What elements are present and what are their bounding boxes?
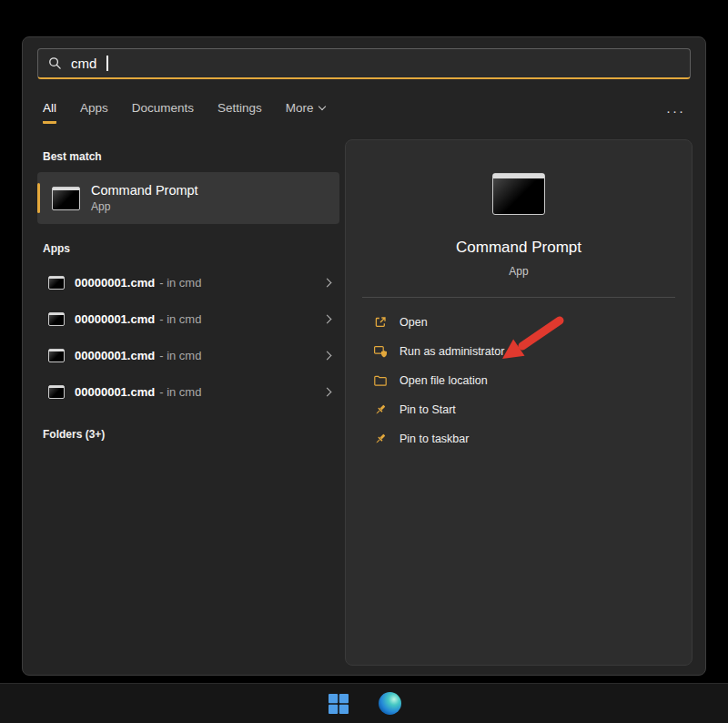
chevron-right-icon[interactable] [323, 351, 332, 360]
chevron-down-icon [318, 102, 325, 109]
best-match-title: Command Prompt [91, 183, 198, 198]
chevron-right-icon[interactable] [323, 387, 332, 396]
folder-icon [373, 373, 388, 388]
pin-to-taskbar-action[interactable]: Pin to taskbar [346, 424, 692, 453]
text-caret [106, 56, 108, 71]
result-preview-panel: Command Prompt App Open Run as administr… [345, 139, 693, 666]
cmd-file-icon [48, 385, 65, 399]
apps-result-group: 00000001.cmd- in cmd 00000001.cmd- in cm… [37, 264, 339, 410]
cmd-file-icon [48, 349, 65, 362]
folders-header: Folders (3+) [43, 428, 339, 441]
best-match-result[interactable]: Command Prompt App [37, 172, 339, 224]
result-name: 00000001.cmd [75, 276, 155, 290]
result-name: 00000001.cmd [75, 385, 155, 399]
preview-subtitle: App [509, 265, 528, 278]
chevron-right-icon[interactable] [323, 278, 332, 287]
run-as-admin-icon [373, 344, 388, 359]
action-label: Pin to taskbar [399, 433, 469, 445]
edge-browser-icon [379, 692, 401, 715]
list-item[interactable]: 00000001.cmd- in cmd [37, 300, 339, 337]
list-item[interactable]: 00000001.cmd- in cmd [37, 373, 339, 410]
best-match-header: Best match [43, 150, 339, 163]
taskbar [0, 683, 728, 723]
command-prompt-icon [492, 173, 545, 215]
divider [362, 297, 675, 298]
result-context: - in cmd [159, 385, 201, 399]
result-context: - in cmd [159, 276, 201, 290]
selection-accent-bar [37, 183, 40, 213]
tab-settings[interactable]: Settings [217, 101, 262, 121]
cmd-file-icon [48, 312, 65, 326]
preview-title: Command Prompt [456, 239, 581, 257]
tab-apps[interactable]: Apps [80, 101, 108, 121]
tab-more[interactable]: More [286, 101, 325, 121]
action-label: Open [399, 316, 428, 329]
action-label: Pin to Start [399, 403, 456, 416]
search-filter-tabs: All Apps Documents Settings More ··· [43, 101, 691, 127]
result-context: - in cmd [159, 349, 201, 362]
edge-taskbar-button[interactable] [373, 687, 406, 720]
cmd-file-icon [48, 276, 65, 290]
more-options-button[interactable]: ··· [661, 101, 691, 120]
result-context: - in cmd [159, 312, 201, 326]
pin-icon [373, 402, 388, 417]
windows-logo-icon [329, 694, 349, 714]
pin-to-start-action[interactable]: Pin to Start [346, 395, 692, 424]
best-match-subtitle: App [91, 200, 198, 213]
open-icon [373, 315, 388, 330]
result-name: 00000001.cmd [75, 349, 155, 362]
list-item[interactable]: 00000001.cmd- in cmd [37, 264, 339, 300]
action-label: Open file location [399, 374, 488, 387]
command-prompt-icon [52, 187, 80, 210]
search-query: cmd [71, 56, 96, 71]
apps-header: Apps [43, 242, 339, 255]
chevron-right-icon[interactable] [323, 314, 332, 323]
tab-documents[interactable]: Documents [132, 101, 194, 121]
tab-all[interactable]: All [43, 101, 56, 124]
result-name: 00000001.cmd [75, 312, 155, 326]
red-arrow-annotation [490, 315, 566, 368]
list-item[interactable]: 00000001.cmd- in cmd [37, 337, 339, 373]
search-icon [48, 56, 62, 70]
pin-icon [373, 432, 388, 446]
open-file-location-action[interactable]: Open file location [346, 366, 692, 395]
search-results-list: Best match Command Prompt App Apps 00000… [37, 132, 339, 450]
search-input[interactable]: cmd [37, 48, 691, 79]
start-button[interactable] [322, 687, 355, 720]
start-search-flyout: cmd All Apps Documents Settings More ···… [22, 36, 706, 676]
